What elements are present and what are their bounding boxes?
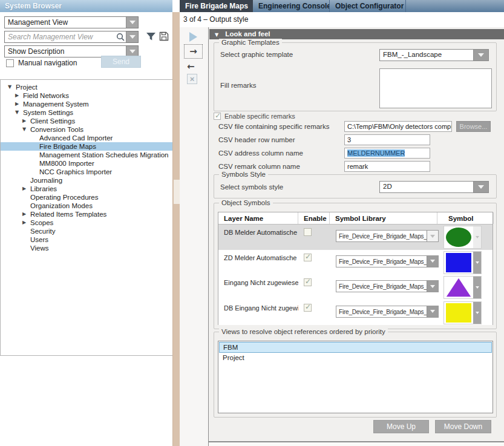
play-icon[interactable] [189,32,197,42]
tree-item[interactable]: Field Networks [1,91,172,100]
scrollbar-thumb[interactable] [174,180,180,204]
csv-header-row-label: CSV header row number [218,136,295,143]
tree-expander-icon[interactable] [22,125,30,134]
list-item[interactable]: Project [219,353,492,364]
tree-item[interactable]: Advanced Cad Importer [1,134,172,142]
symbol-picker[interactable] [443,251,482,274]
chevron-down-icon[interactable] [473,302,481,324]
arrow-right-icon[interactable]: → [184,44,203,59]
tab-label: Object Configurator [335,2,404,10]
enable-checkbox[interactable] [304,228,312,236]
filter-icon[interactable] [145,31,157,42]
search-icon[interactable] [115,33,126,41]
tree-item-label: System Settings [23,108,73,117]
csv-remark-column-input[interactable]: remark [344,161,430,172]
csv-address-column-input[interactable]: MELDERNUMMER [344,148,430,159]
enable-checkbox[interactable] [304,304,312,312]
enable-specific-remarks-checkbox[interactable] [214,113,221,120]
save-icon[interactable] [158,31,170,42]
browse-button[interactable]: Browse... [456,121,491,132]
symbol-picker[interactable] [443,226,482,249]
symbol-library-dropdown[interactable]: Fire_Device_Fire_Brigade_Maps_HQ_1 [336,255,439,267]
tree-item-label: Organization Modes [30,202,93,210]
collapse-section-icon [215,30,218,40]
symbol-library-dropdown[interactable]: Fire_Device_Fire_Brigade_Maps_HQ_1 [336,280,439,292]
tree-item[interactable]: Scopes [1,218,172,227]
csv-header-row-input[interactable]: 3 [344,134,430,145]
enable-checkbox[interactable] [304,278,312,286]
chevron-down-icon[interactable] [473,252,481,274]
tree-item[interactable]: Organization Modes [1,202,172,210]
chevron-down-icon[interactable] [473,50,488,61]
symbol-library-dropdown[interactable]: Fire_Device_Fire_Brigade_Maps_HQ_1 [336,230,439,242]
tree-item[interactable]: NCC Graphics Importer [1,168,172,176]
search-input[interactable] [5,32,115,42]
tree-expander-icon[interactable] [8,83,16,91]
symbols-style-dropdown[interactable]: 2D [379,181,489,193]
tree-item[interactable]: System Settings [1,108,172,117]
tab[interactable]: Fire Brigade Maps [180,0,253,12]
column-header-symbol-library: Symbol Library [330,212,437,224]
symbol-picker[interactable] [443,276,482,299]
views-list: FBM Project [218,341,493,413]
tree-item[interactable]: Client Settings [1,117,172,125]
search-box[interactable] [4,31,139,43]
tree-item[interactable]: Journaling [1,176,172,185]
list-item[interactable]: FBM [219,342,492,353]
manual-navigation-checkbox[interactable] [6,59,14,67]
arrow-left-icon[interactable]: ← [187,61,195,72]
tree-item[interactable]: MM8000 Importer [1,159,172,168]
csv-file-input[interactable]: C:\Temp\FBM\Only detectors compute min a… [344,121,452,132]
symbol-library-cell: Fire_Device_Fire_Brigade_Maps_HQ_1 [330,300,437,326]
move-down-button[interactable]: Move Down [435,420,491,433]
chevron-down-icon[interactable] [473,182,488,192]
move-up-button[interactable]: Move Up [373,420,429,433]
layer-name-cell: ZD Melder Automatische [218,250,298,275]
chevron-down-icon[interactable] [473,277,481,298]
chevron-down-icon[interactable] [126,17,138,28]
tree-expander-icon[interactable] [22,218,30,227]
chevron-down-icon[interactable] [427,256,438,267]
tree-item[interactable]: Libraries [1,185,172,193]
show-description-value: Show Description [5,47,126,56]
csv-file-label: CSV file containing specific remarks [218,123,329,130]
tree-item[interactable]: Operating Procedures [1,193,172,202]
chevron-down-icon[interactable] [473,226,481,248]
manual-navigation-label: Manual navigation [18,59,77,67]
search-options-dropdown-icon[interactable] [126,31,138,42]
panel-scrollbar[interactable] [172,12,180,446]
tree-expander-icon[interactable] [15,108,23,117]
management-view-dropdown[interactable]: Management View [4,16,139,28]
symbol-library-dropdown[interactable]: Fire_Device_Fire_Brigade_Maps_HQ_1 [336,306,439,318]
tree-item-label: Views [30,244,48,252]
graphic-template-dropdown[interactable]: FBM_-_Landscape [379,49,489,61]
tree-expander-icon[interactable] [22,185,30,193]
symbol-picker[interactable] [443,301,482,324]
tree-item[interactable]: Project [1,83,172,91]
tree-item[interactable]: Related Items Templates [1,210,172,218]
look-and-feel-header[interactable]: Look and feel [209,29,504,39]
tree-item[interactable]: Users [1,235,172,244]
chevron-down-icon[interactable] [427,306,438,317]
chevron-down-icon[interactable] [427,281,438,292]
tree-expander-icon[interactable] [22,117,30,125]
fill-remarks-textarea[interactable] [379,68,492,108]
chevron-down-icon[interactable] [427,231,438,241]
tab[interactable]: Engineering Console [253,0,330,12]
tree-item[interactable]: Security [1,227,172,235]
table-row: ZD Melder Automatische Fire_Device_Fire_… [218,250,493,275]
enable-checkbox[interactable] [304,254,312,261]
tree-item[interactable]: Fire Brigade Maps [1,142,172,151]
send-button[interactable]: Send [101,56,141,68]
tree-item[interactable]: Management System [1,100,172,108]
tab[interactable]: Object Configurator [330,0,406,12]
tree-expander-icon[interactable] [22,210,30,218]
close-icon[interactable]: × [187,74,197,84]
tree-expander-icon[interactable] [15,100,23,108]
tree-item[interactable]: Management Station Schedules Migration [1,151,172,159]
symbol-preview [444,277,473,298]
tree-expander-icon[interactable] [15,91,23,100]
tree-item[interactable]: Views [1,244,172,252]
tree-item[interactable]: Conversion Tools [1,125,172,134]
symbol-library-value: Fire_Device_Fire_Brigade_Maps_HQ_1 [336,231,427,241]
